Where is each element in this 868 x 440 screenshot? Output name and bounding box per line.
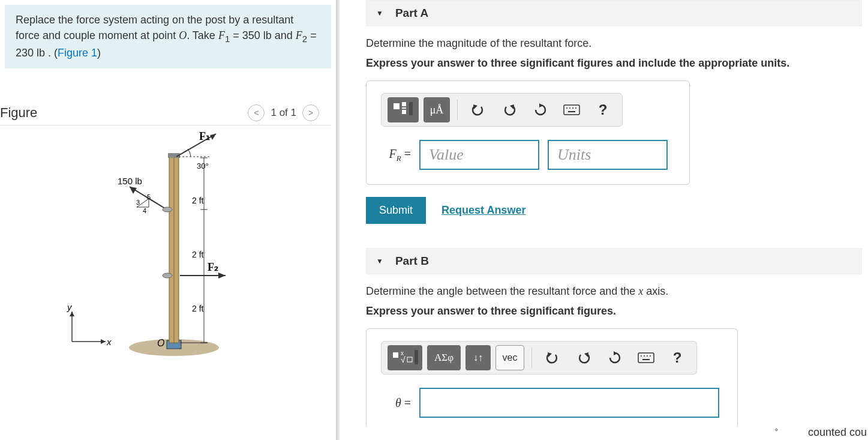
prompt-text: . Take — [187, 29, 218, 41]
part-a-answer-box: μÅ ? FR = — [366, 80, 690, 185]
symbols-button[interactable]: ΑΣφ — [427, 345, 461, 370]
svg-text:30°: 30° — [197, 161, 209, 170]
svg-rect-51 — [568, 111, 575, 112]
f1-sub: 1 — [225, 34, 230, 44]
svg-point-17 — [163, 207, 172, 212]
part-b-toolbar: x√ ΑΣφ ↓↑ vec — [381, 341, 697, 375]
figure-link[interactable]: Figure 1 — [58, 47, 97, 59]
svg-rect-42 — [409, 102, 413, 115]
part-a-header[interactable]: ▼ Part A — [366, 0, 862, 26]
collapse-arrow-icon: ▼ — [376, 9, 383, 17]
f2-var: F — [296, 29, 302, 41]
part-b-question: Determine the angle between the resultan… — [366, 285, 862, 298]
svg-text:O: O — [157, 338, 164, 348]
svg-text:150 lb: 150 lb — [118, 176, 142, 186]
point-o: O — [179, 29, 187, 41]
svg-rect-38 — [394, 103, 400, 109]
part-b-answer-box: x√ ΑΣφ ↓↑ vec — [366, 328, 738, 426]
templates-button[interactable] — [388, 97, 419, 122]
svg-marker-58 — [584, 352, 588, 357]
svg-rect-52 — [393, 352, 398, 358]
keyboard-button[interactable] — [633, 345, 659, 370]
f1-var: F — [218, 29, 225, 41]
part-b-header[interactable]: ▼ Part B — [366, 248, 862, 274]
f2-sub: 2 — [302, 34, 307, 44]
svg-rect-65 — [642, 359, 650, 360]
svg-text:3: 3 — [136, 199, 140, 206]
figure-counter: 1 of 1 — [271, 107, 296, 119]
units-input[interactable] — [548, 140, 668, 170]
svg-text:√: √ — [401, 355, 406, 364]
part-b-instruction: Express your answer to three significant… — [366, 305, 862, 318]
keyboard-button[interactable] — [558, 97, 585, 122]
part-a-label: Part A — [395, 7, 428, 20]
svg-point-47 — [566, 107, 567, 109]
svg-marker-19 — [218, 273, 226, 279]
svg-text:F₂: F₂ — [208, 261, 218, 273]
part-a-instruction: Express your answer to three significant… — [366, 57, 862, 70]
svg-rect-39 — [402, 102, 406, 106]
svg-point-63 — [647, 355, 648, 357]
svg-marker-33 — [101, 339, 106, 344]
svg-rect-56 — [415, 350, 418, 364]
counted-text: counted cou — [808, 426, 867, 439]
prompt-text: = 350 lb and — [230, 29, 296, 41]
help-button[interactable]: ? — [590, 97, 616, 122]
svg-rect-46 — [564, 105, 579, 115]
svg-marker-44 — [510, 104, 514, 109]
figure-title: Figure — [0, 105, 37, 121]
reset-button[interactable] — [527, 97, 554, 122]
figure-next-button[interactable]: > — [302, 104, 319, 121]
svg-point-62 — [644, 355, 645, 357]
svg-text:5: 5 — [147, 193, 151, 200]
svg-point-64 — [650, 355, 651, 357]
svg-marker-59 — [614, 351, 617, 355]
svg-text:4: 4 — [143, 207, 146, 214]
svg-text:F₁: F₁ — [199, 131, 210, 142]
svg-point-61 — [641, 355, 642, 357]
templates-button[interactable]: x√ — [388, 345, 422, 370]
svg-marker-35 — [70, 312, 74, 316]
svg-marker-43 — [473, 104, 477, 109]
figure-diagram: F₁ 30° 150 lb 3 5 4 F₂ — [0, 131, 336, 372]
subscript-button[interactable]: ↓↑ — [465, 345, 491, 370]
fr-label: FR = — [381, 147, 411, 163]
undo-button[interactable] — [539, 345, 566, 370]
collapse-arrow-icon: ▼ — [376, 257, 383, 265]
redo-button[interactable] — [496, 97, 522, 122]
units-button[interactable]: μÅ — [424, 97, 450, 122]
svg-point-21 — [163, 273, 172, 278]
value-input[interactable] — [419, 140, 539, 170]
part-a-question: Determine the magnitude of the resultant… — [366, 37, 862, 50]
theta-label: θ = — [381, 396, 411, 410]
svg-point-49 — [572, 107, 573, 109]
svg-point-48 — [569, 107, 570, 109]
svg-marker-6 — [210, 134, 216, 140]
svg-rect-41 — [402, 110, 406, 114]
svg-marker-45 — [539, 103, 543, 107]
request-answer-link[interactable]: Request Answer — [441, 204, 525, 217]
vector-button[interactable]: vec — [495, 345, 524, 370]
svg-point-50 — [575, 107, 576, 109]
prompt-text: ) — [97, 47, 101, 59]
svg-marker-57 — [548, 352, 552, 357]
help-button[interactable]: ? — [664, 345, 690, 370]
undo-button[interactable] — [465, 97, 491, 122]
part-b-label: Part B — [395, 255, 429, 268]
svg-text:2 ft: 2 ft — [192, 304, 204, 313]
submit-button[interactable]: Submit — [366, 197, 426, 224]
figure-prev-button[interactable]: < — [248, 104, 265, 121]
svg-text:2 ft: 2 ft — [192, 250, 204, 259]
part-a-toolbar: μÅ ? — [381, 93, 623, 127]
reset-button[interactable] — [602, 345, 628, 370]
problem-prompt: Replace the force system acting on the p… — [5, 5, 331, 68]
svg-text:x: x — [106, 337, 112, 347]
svg-rect-60 — [638, 353, 654, 363]
svg-rect-55 — [407, 357, 412, 362]
degree-symbol: ° — [774, 427, 778, 436]
svg-text:y: y — [67, 302, 73, 312]
redo-button[interactable] — [570, 345, 597, 370]
svg-text:2 ft: 2 ft — [192, 196, 204, 205]
svg-line-5 — [176, 134, 216, 157]
theta-input[interactable] — [419, 388, 719, 418]
